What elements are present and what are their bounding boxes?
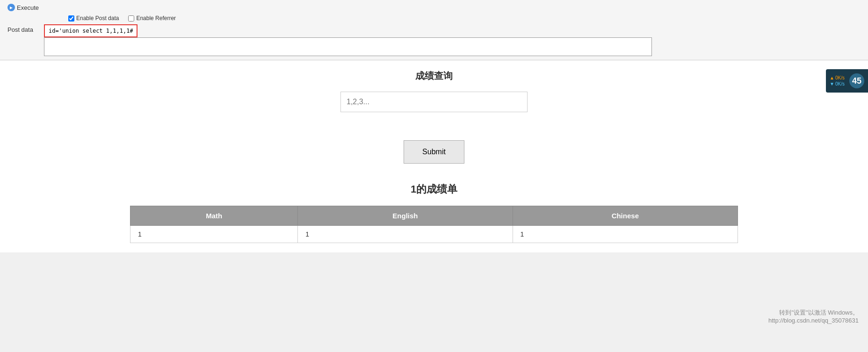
execute-icon: [7, 4, 15, 11]
table-header-row: Math English Chinese: [130, 206, 738, 226]
network-count: 45: [849, 73, 864, 88]
main-content: 成绩查询 Submit 1的成绩单 Math English Chinese 1…: [0, 60, 868, 252]
col-math: Math: [130, 206, 298, 226]
table-row: 1 1 1: [130, 226, 738, 243]
col-english: English: [298, 206, 513, 226]
upload-speed: ▲ 0K/s: [830, 75, 845, 80]
enable-referrer-checkbox[interactable]: [128, 15, 134, 22]
enable-post-text: Enable Post data: [76, 15, 119, 22]
network-speeds: ▲ 0K/s ▼ 0K/s: [830, 75, 845, 86]
post-data-container: [44, 24, 652, 56]
up-arrow: ▲: [830, 75, 834, 80]
down-arrow: ▼: [830, 81, 834, 86]
result-table: Math English Chinese 1 1 1: [130, 206, 738, 243]
page-title: 成绩查询: [415, 70, 453, 82]
up-speed-value: 0K/s: [835, 75, 845, 80]
watermark-line1: 转到"设置"以激活 Windows。: [768, 309, 859, 317]
execute-label: Execute: [17, 4, 39, 11]
windows-watermark: 转到"设置"以激活 Windows。 http://blog.csdn.net/…: [768, 309, 859, 324]
network-widget: ▲ 0K/s ▼ 0K/s 45: [826, 69, 868, 93]
result-title: 1的成绩单: [411, 182, 457, 196]
execute-row: Execute: [7, 4, 861, 11]
enable-post-checkbox[interactable]: [68, 15, 74, 22]
enable-post-label[interactable]: Enable Post data: [68, 15, 119, 22]
top-panel: Execute Enable Post data Enable Referrer…: [0, 0, 868, 60]
post-data-row: Post data: [7, 24, 861, 56]
submit-button[interactable]: Submit: [404, 140, 464, 164]
post-data-input[interactable]: [44, 24, 137, 37]
col-chinese: Chinese: [513, 206, 738, 226]
post-data-label: Post data: [7, 24, 40, 33]
post-data-textarea[interactable]: [44, 37, 652, 56]
enable-referrer-label[interactable]: Enable Referrer: [128, 15, 176, 22]
down-speed-value: 0K/s: [835, 81, 845, 86]
download-speed: ▼ 0K/s: [830, 81, 845, 86]
cell-math: 1: [130, 226, 298, 243]
checkbox-row: Enable Post data Enable Referrer: [68, 15, 861, 22]
watermark-line2: http://blog.csdn.net/qq_35078631: [768, 317, 859, 324]
id-input[interactable]: [340, 92, 528, 112]
enable-referrer-text: Enable Referrer: [136, 15, 176, 22]
cell-chinese: 1: [513, 226, 738, 243]
execute-button[interactable]: Execute: [7, 4, 39, 11]
cell-english: 1: [298, 226, 513, 243]
